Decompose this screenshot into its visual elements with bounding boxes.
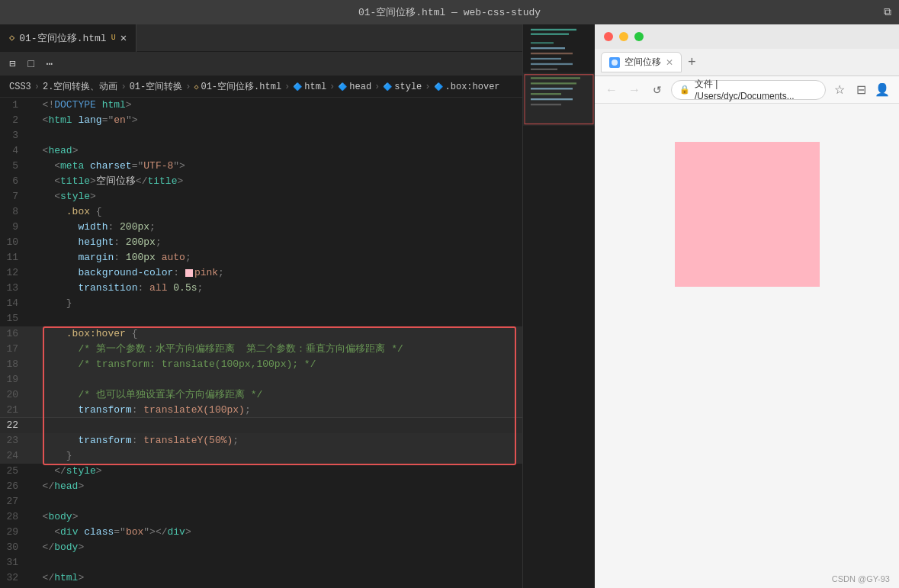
style-icon: 🔷 — [383, 82, 392, 92]
split-editor-button[interactable]: ⊟ — [6, 56, 18, 72]
breadcrumb-head[interactable]: 🔷head — [338, 82, 371, 92]
minimap — [522, 24, 595, 588]
window-title: 01-空间位移.html — web-css-study — [358, 5, 541, 19]
browser-sidebar-button[interactable]: ⊟ — [852, 81, 870, 99]
table-row: 6 <title>空间位移</title> — [0, 174, 522, 189]
table-row: 17 /* 第一个参数：水平方向偏移距离 第二个参数：垂直方向偏移距离 */ — [0, 342, 522, 357]
svg-rect-6 — [531, 63, 573, 65]
breadcrumb-style[interactable]: 🔷style — [383, 82, 422, 92]
demo-pink-box — [675, 142, 820, 287]
svg-rect-7 — [531, 69, 557, 70]
svg-rect-1 — [531, 34, 569, 35]
table-row: 10 height: 200px; — [0, 235, 522, 250]
table-row: 22 — [0, 418, 522, 433]
table-row: 21 transform: translateX(100px); — [0, 403, 522, 418]
layout-button[interactable]: □ — [24, 56, 37, 72]
watermark: CSDN @GY-93 — [832, 574, 890, 583]
breadcrumb-bar: CSS3 › 2.空间转换、动画 › 01-空间转换 › ◇01-空间位移.ht… — [0, 76, 522, 98]
selector-icon: 🔷 — [434, 82, 443, 92]
browser-close-button[interactable] — [604, 32, 613, 41]
svg-point-16 — [612, 59, 618, 66]
table-row: 23 transform: translateY(50%); — [0, 433, 522, 448]
svg-rect-2 — [531, 42, 554, 43]
breadcrumb-folder[interactable]: 2.空间转换、动画 — [43, 80, 117, 93]
table-row: 25 </style> — [0, 464, 522, 479]
table-row: 26 </head> — [0, 479, 522, 494]
breadcrumb-subfolder[interactable]: 01-空间转换 — [130, 80, 183, 93]
browser-maximize-button[interactable] — [634, 32, 644, 41]
breadcrumb-selector[interactable]: 🔷.box:hover — [434, 82, 500, 92]
table-row: 7 <style> — [0, 189, 522, 204]
address-text: 文件 | /Users/dyc/Documents... — [695, 78, 817, 101]
table-row: 24 } — [0, 448, 522, 464]
svg-rect-4 — [531, 53, 573, 54]
more-options-button[interactable]: ⋯ — [43, 56, 56, 72]
table-row: 32 </html> — [0, 570, 522, 586]
browser-back-button[interactable]: ← — [602, 81, 621, 99]
table-row: 29 <div class="box"></div> — [0, 525, 522, 540]
svg-rect-5 — [531, 58, 561, 59]
head-icon: 🔷 — [338, 82, 347, 92]
tab-file-icon: ◇ — [9, 32, 14, 43]
table-row: 20 /* 也可以单独设置某个方向偏移距离 */ — [0, 387, 522, 403]
browser-tab[interactable]: 空间位移 ✕ — [601, 52, 682, 72]
breadcrumb-file[interactable]: ◇01-空间位移.html — [194, 80, 281, 93]
table-row: 16 .box:hover { — [0, 326, 522, 342]
title-bar-icons: ⧉ — [884, 6, 891, 18]
table-row: 2 <html lang="en"> — [0, 113, 522, 128]
main-area: ◇ 01-空间位移.html U ✕ ⊟ □ ⋯ CSS3 › 2.空间转换、动… — [0, 24, 899, 588]
table-row: 1 <!DOCTYPE html> — [0, 98, 522, 113]
tab-close-button[interactable]: ✕ — [120, 31, 127, 44]
code-editor[interactable]: 1 <!DOCTYPE html> 2 <html lang="en"> 3 4… — [0, 98, 522, 588]
tab-favicon — [609, 57, 620, 68]
table-row: 18 /* transform: translate(100px,100px);… — [0, 357, 522, 372]
browser-nav-bar: ← → ↺ 🔒 文件 | /Users/dyc/Documents... ☆ ⊟… — [595, 76, 899, 104]
table-row: 19 — [0, 372, 522, 387]
table-row: 3 — [0, 128, 522, 143]
editor-tab-bar: ◇ 01-空间位移.html U ✕ — [0, 24, 522, 52]
table-row: 5 <meta charset="UTF-8"> — [0, 159, 522, 174]
svg-rect-3 — [531, 47, 565, 49]
table-row: 8 .box { — [0, 204, 522, 220]
table-row: 12 background-color: pink; — [0, 265, 522, 281]
table-row: 15 — [0, 311, 522, 326]
browser-bookmark-button[interactable]: ☆ — [830, 81, 849, 99]
editor-toolbar: ⊟ □ ⋯ — [0, 52, 522, 76]
address-lock-icon: 🔒 — [679, 85, 690, 95]
svg-rect-0 — [531, 29, 576, 31]
svg-rect-14 — [523, 73, 595, 126]
minimap-svg — [523, 24, 595, 588]
address-bar[interactable]: 🔒 文件 | /Users/dyc/Documents... — [671, 80, 826, 100]
table-row: 27 — [0, 494, 522, 509]
browser-new-tab-button[interactable]: + — [688, 55, 696, 70]
tab-modified-indicator: U — [111, 34, 116, 42]
table-row: 30 </body> — [0, 540, 522, 555]
table-row: 13 transition: all 0.5s; — [0, 281, 522, 296]
browser-refresh-button[interactable]: ↺ — [648, 81, 666, 99]
window-layout-icon[interactable]: ⧉ — [884, 6, 891, 18]
browser-tab-bar: 空间位移 ✕ + — [595, 49, 899, 76]
file-icon: ◇ — [194, 82, 198, 92]
browser-title-bar — [595, 24, 899, 49]
title-bar: 01-空间位移.html — web-css-study ⧉ — [0, 0, 899, 24]
browser-forward-button[interactable]: → — [625, 81, 644, 99]
table-row: 14 } — [0, 296, 522, 311]
table-row: 11 margin: 100px auto; — [0, 250, 522, 265]
browser-pane: 空间位移 ✕ + ← → ↺ 🔒 文件 | /Users/dyc/Documen… — [595, 24, 899, 588]
breadcrumb-html[interactable]: 🔷html — [293, 82, 326, 92]
editor-pane: ◇ 01-空间位移.html U ✕ ⊟ □ ⋯ CSS3 › 2.空间转换、动… — [0, 24, 522, 588]
table-row: 31 — [0, 555, 522, 570]
browser-profile-button[interactable]: 👤 — [873, 81, 891, 99]
browser-tab-title: 空间位移 — [624, 56, 661, 69]
table-row: 9 width: 200px; — [0, 220, 522, 235]
browser-minimize-button[interactable] — [619, 32, 628, 41]
breadcrumb-css3[interactable]: CSS3 — [9, 82, 31, 92]
table-row: 28 <body> — [0, 509, 522, 525]
table-row: 4 <head> — [0, 143, 522, 159]
browser-nav-actions: ☆ ⊟ 👤 — [830, 81, 891, 99]
browser-tab-close-button[interactable]: ✕ — [666, 57, 673, 68]
editor-tab-active[interactable]: ◇ 01-空间位移.html U ✕ — [0, 24, 136, 52]
html-icon: 🔷 — [293, 82, 302, 92]
tab-label: 01-空间位移.html — [19, 31, 106, 45]
code-lines: 1 <!DOCTYPE html> 2 <html lang="en"> 3 4… — [0, 98, 522, 586]
